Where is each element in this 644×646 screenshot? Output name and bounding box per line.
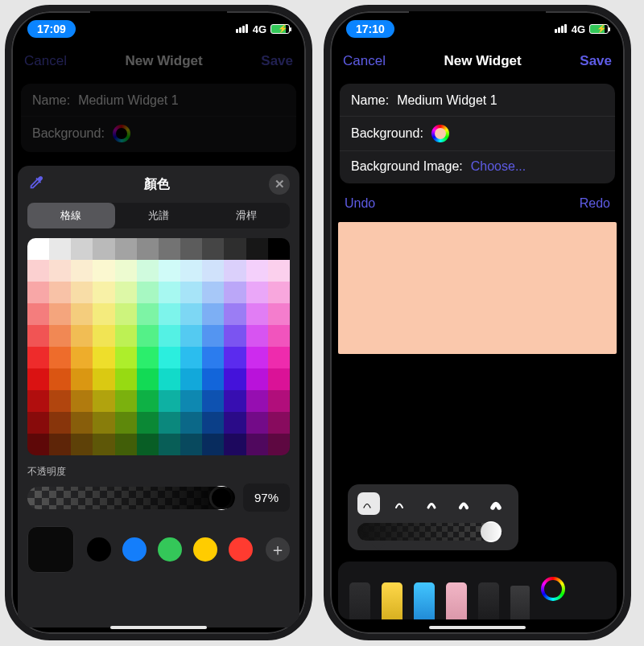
color-cell[interactable] (137, 282, 159, 303)
color-cell[interactable] (49, 434, 71, 455)
color-cell[interactable] (180, 434, 202, 455)
color-cell[interactable] (180, 412, 202, 434)
color-cell[interactable] (137, 390, 159, 412)
color-cell[interactable] (115, 368, 137, 390)
color-cell[interactable] (268, 347, 290, 368)
tool-pen[interactable] (349, 582, 370, 619)
brush-size-2[interactable] (390, 492, 412, 515)
opacity-slider[interactable] (27, 487, 235, 509)
tool-eraser[interactable] (446, 582, 467, 619)
color-cell[interactable] (93, 412, 114, 434)
color-grid[interactable] (27, 238, 290, 455)
color-cell[interactable] (180, 325, 202, 347)
color-cell[interactable] (224, 260, 246, 282)
brush-size-4[interactable] (454, 492, 477, 515)
color-cell[interactable] (49, 412, 71, 434)
color-cell[interactable] (115, 434, 137, 455)
color-cell[interactable] (71, 303, 93, 325)
color-cell[interactable] (180, 260, 202, 282)
tool-crayon[interactable] (478, 582, 499, 619)
color-cell[interactable] (27, 260, 49, 282)
color-cell[interactable] (159, 434, 180, 455)
brush-size-3[interactable] (422, 492, 444, 515)
color-cell[interactable] (180, 238, 202, 260)
color-cell[interactable] (71, 325, 93, 347)
color-ring-icon[interactable] (541, 577, 565, 601)
name-field[interactable]: Medium Widget 1 (78, 93, 179, 108)
color-cell[interactable] (268, 260, 290, 282)
color-cell[interactable] (224, 390, 246, 412)
add-color-button[interactable]: ＋ (266, 537, 290, 562)
color-cell[interactable] (71, 260, 93, 282)
color-cell[interactable] (159, 260, 180, 282)
color-cell[interactable] (49, 260, 71, 282)
color-cell[interactable] (93, 368, 114, 390)
color-cell[interactable] (180, 303, 202, 325)
background-color-button[interactable] (113, 125, 130, 142)
cancel-button[interactable]: Cancel (343, 53, 386, 69)
tool-highlighter[interactable] (382, 582, 402, 619)
color-cell[interactable] (180, 390, 202, 412)
save-button[interactable]: Save (261, 53, 293, 69)
color-cell[interactable] (268, 412, 290, 434)
color-cell[interactable] (115, 282, 137, 303)
brush-opacity-slider[interactable] (357, 523, 502, 541)
color-cell[interactable] (224, 434, 246, 455)
color-cell[interactable] (71, 434, 93, 455)
color-cell[interactable] (137, 368, 159, 390)
color-cell[interactable] (71, 238, 93, 260)
preset-color[interactable] (87, 537, 111, 562)
color-cell[interactable] (115, 390, 137, 412)
color-cell[interactable] (71, 282, 93, 303)
color-cell[interactable] (115, 325, 137, 347)
choose-image-button[interactable]: Choose... (471, 159, 526, 174)
color-cell[interactable] (202, 368, 224, 390)
color-cell[interactable] (268, 303, 290, 325)
color-cell[interactable] (180, 368, 202, 390)
color-cell[interactable] (71, 347, 93, 368)
color-cell[interactable] (268, 238, 290, 260)
color-cell[interactable] (49, 303, 71, 325)
color-cell[interactable] (115, 347, 137, 368)
tab-sliders[interactable]: 滑桿 (202, 203, 290, 228)
color-cell[interactable] (49, 238, 71, 260)
color-cell[interactable] (27, 412, 49, 434)
color-cell[interactable] (202, 303, 224, 325)
color-cell[interactable] (115, 412, 137, 434)
color-cell[interactable] (268, 434, 290, 455)
brush-size-5[interactable] (486, 492, 509, 515)
preset-color[interactable] (158, 537, 182, 562)
color-cell[interactable] (93, 303, 114, 325)
color-cell[interactable] (93, 238, 114, 260)
color-cell[interactable] (224, 303, 246, 325)
home-indicator[interactable] (110, 626, 207, 629)
color-cell[interactable] (202, 325, 224, 347)
color-cell[interactable] (93, 282, 114, 303)
color-cell[interactable] (246, 347, 268, 368)
color-cell[interactable] (137, 325, 159, 347)
color-cell[interactable] (224, 238, 246, 260)
color-cell[interactable] (246, 238, 268, 260)
color-cell[interactable] (246, 390, 268, 412)
tool-ruler[interactable] (510, 586, 530, 619)
color-cell[interactable] (246, 412, 268, 434)
color-cell[interactable] (71, 368, 93, 390)
brush-size-1[interactable] (357, 492, 380, 515)
color-cell[interactable] (246, 325, 268, 347)
color-cell[interactable] (159, 238, 180, 260)
color-cell[interactable] (159, 412, 180, 434)
color-cell[interactable] (202, 434, 224, 455)
close-icon[interactable]: ✕ (269, 174, 290, 195)
color-cell[interactable] (49, 368, 71, 390)
redo-button[interactable]: Redo (580, 196, 610, 211)
color-cell[interactable] (159, 347, 180, 368)
color-cell[interactable] (137, 303, 159, 325)
color-cell[interactable] (224, 347, 246, 368)
color-cell[interactable] (268, 282, 290, 303)
color-cell[interactable] (93, 325, 114, 347)
color-cell[interactable] (202, 282, 224, 303)
color-cell[interactable] (137, 434, 159, 455)
widget-canvas[interactable] (338, 222, 617, 354)
color-cell[interactable] (159, 303, 180, 325)
color-cell[interactable] (180, 347, 202, 368)
